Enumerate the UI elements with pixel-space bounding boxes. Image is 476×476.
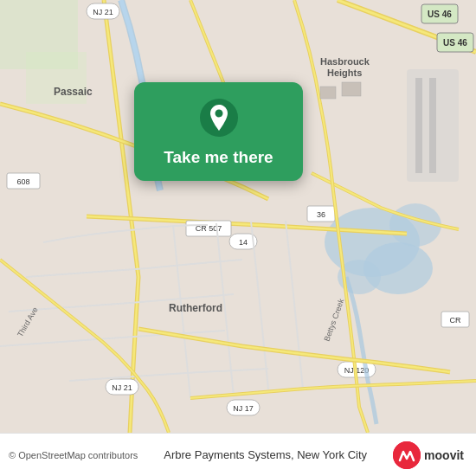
svg-text:Passaic: Passaic bbox=[54, 86, 93, 98]
svg-rect-32 bbox=[429, 78, 436, 173]
svg-text:Hasbrouck: Hasbrouck bbox=[320, 56, 370, 67]
location-title: Arbre Payments Systems, New York City bbox=[138, 448, 393, 461]
moovit-text: moovit bbox=[424, 448, 464, 462]
svg-text:US 46: US 46 bbox=[428, 10, 452, 19]
svg-text:CR: CR bbox=[450, 316, 461, 325]
svg-text:608: 608 bbox=[16, 177, 29, 186]
svg-point-43 bbox=[215, 110, 222, 118]
svg-text:14: 14 bbox=[239, 238, 248, 247]
svg-text:NJ 21: NJ 21 bbox=[112, 383, 132, 392]
svg-rect-31 bbox=[415, 78, 422, 173]
map-container: US 46 US 46 CR 507 14 36 608 NJ 21 N bbox=[0, 0, 476, 433]
moovit-icon bbox=[393, 441, 421, 469]
moovit-logo[interactable]: moovit bbox=[393, 441, 464, 469]
svg-rect-40 bbox=[320, 87, 336, 99]
location-pin-icon bbox=[199, 98, 239, 138]
svg-text:NJ 17: NJ 17 bbox=[233, 404, 254, 413]
svg-text:NJ 21: NJ 21 bbox=[93, 8, 113, 16]
svg-rect-41 bbox=[342, 82, 361, 96]
svg-text:Heights: Heights bbox=[327, 68, 362, 78]
svg-text:US 46: US 46 bbox=[443, 38, 467, 48]
popup-card[interactable]: Take me there bbox=[134, 82, 303, 181]
svg-text:36: 36 bbox=[317, 210, 325, 219]
cta-button-text: Take me there bbox=[164, 148, 273, 167]
map-background: US 46 US 46 CR 507 14 36 608 NJ 21 N bbox=[0, 0, 476, 433]
svg-point-45 bbox=[393, 441, 421, 469]
bottom-bar: © OpenStreetMap contributors Arbre Payme… bbox=[0, 433, 476, 476]
svg-text:Rutherford: Rutherford bbox=[169, 302, 222, 314]
copyright-text: © OpenStreetMap contributors bbox=[9, 450, 138, 460]
